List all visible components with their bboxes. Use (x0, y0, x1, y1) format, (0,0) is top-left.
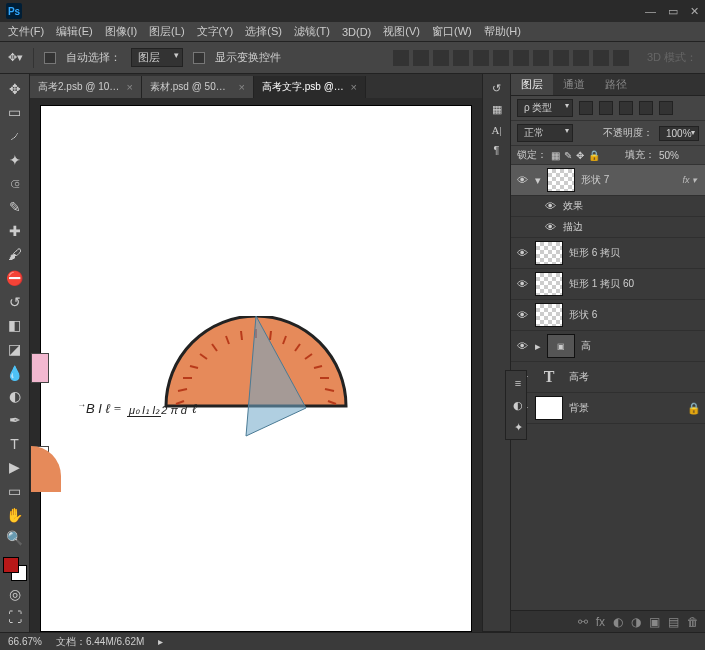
visibility-icon[interactable]: 👁 (515, 278, 529, 290)
folder-thumb-icon[interactable]: ▣ (547, 334, 575, 358)
visibility-icon[interactable]: 👁 (515, 340, 529, 352)
layer-effect-row[interactable]: 👁 描边 (511, 217, 705, 238)
layer-row[interactable]: 👁 形状 6 (511, 300, 705, 331)
hand-tool[interactable]: ✋ (4, 504, 26, 526)
gradient-tool[interactable]: ◪ (4, 338, 26, 360)
color-swatches[interactable] (3, 557, 27, 581)
max-icon[interactable]: ▭ (668, 5, 678, 18)
visibility-icon[interactable]: 👁 (515, 309, 529, 321)
layer-list[interactable]: 👁 ▾ 形状 7 fx ▾ 👁 效果 👁 描边 👁 矩形 6 拷贝 👁 (511, 165, 705, 610)
layer-thumb[interactable] (535, 303, 563, 327)
filter-type-icon[interactable] (619, 101, 633, 115)
eraser-tool[interactable]: ◧ (4, 315, 26, 337)
fx-badge[interactable]: fx ▾ (682, 175, 697, 185)
brush-tool[interactable]: 🖌 (4, 244, 26, 266)
filter-pixel-icon[interactable] (579, 101, 593, 115)
show-transform-checkbox[interactable] (193, 52, 205, 64)
dodge-tool[interactable]: ◐ (4, 386, 26, 408)
collapsed-panels[interactable]: ↺ ▦ A| ¶ (482, 74, 510, 632)
healing-tool[interactable]: ✚ (4, 220, 26, 242)
visibility-icon[interactable]: 👁 (515, 174, 529, 186)
menu-help[interactable]: 帮助(H) (480, 22, 525, 41)
layer-row[interactable]: 👁 矩形 1 拷贝 60 (511, 269, 705, 300)
paragraph-icon[interactable]: ¶ (494, 144, 500, 156)
menu-image[interactable]: 图像(I) (101, 22, 141, 41)
wand-tool[interactable]: ✦ (4, 149, 26, 171)
mask-icon[interactable]: ◐ (510, 397, 526, 413)
visibility-icon[interactable]: 👁 (543, 200, 557, 212)
close-icon[interactable]: × (351, 81, 357, 93)
close-icon[interactable]: × (239, 81, 245, 93)
canvas[interactable]: →B I ℓ = μ₀ I₁ I₂2 π d ℓ (41, 106, 471, 631)
protractor-shape[interactable] (156, 316, 356, 446)
filter-kind-dropdown[interactable]: ρ 类型 (517, 99, 573, 117)
blend-mode-dropdown[interactable]: 正常 (517, 124, 573, 142)
close-icon[interactable]: × (127, 81, 133, 93)
close-icon[interactable]: ✕ (690, 5, 699, 18)
new-layer-icon[interactable]: ▤ (668, 615, 679, 629)
layer-thumb[interactable] (535, 396, 563, 420)
lasso-tool[interactable]: ⟋ (4, 125, 26, 147)
menubar[interactable]: 文件(F) 编辑(E) 图像(I) 图层(L) 文字(Y) 选择(S) 滤镜(T… (0, 22, 705, 42)
history-brush-tool[interactable]: ↺ (4, 291, 26, 313)
layer-row[interactable]: 👁 矩形 6 拷贝 (511, 238, 705, 269)
menu-layer[interactable]: 图层(L) (145, 22, 188, 41)
layer-effect-row[interactable]: 👁 效果 (511, 196, 705, 217)
layer-row[interactable]: 👁 背景 🔒 (511, 393, 705, 424)
auto-select-checkbox[interactable] (44, 52, 56, 64)
menu-filter[interactable]: 滤镜(T) (290, 22, 334, 41)
history-icon[interactable]: ↺ (492, 82, 501, 95)
zoom-tool[interactable]: 🔍 (4, 527, 26, 549)
tab-channels[interactable]: 通道 (553, 74, 595, 95)
path-select-tool[interactable]: ▶ (4, 457, 26, 479)
marquee-tool[interactable]: ▭ (4, 102, 26, 124)
filter-smart-icon[interactable] (659, 101, 673, 115)
document-tab[interactable]: 素材.psd @ 50% (4, RG…× (142, 76, 254, 98)
layer-thumb[interactable] (547, 168, 575, 192)
menu-type[interactable]: 文字(Y) (193, 22, 238, 41)
layer-mask-icon[interactable]: ◐ (613, 615, 623, 629)
shape-tool[interactable]: ▭ (4, 480, 26, 502)
link-layers-icon[interactable]: ⚯ (578, 615, 588, 629)
layer-row[interactable]: 👁 ▾ 形状 7 fx ▾ (511, 165, 705, 196)
align-icon[interactable]: ≡ (510, 375, 526, 391)
opacity-field[interactable]: 100% (659, 126, 699, 141)
menu-file[interactable]: 文件(F) (4, 22, 48, 41)
adjustment-layer-icon[interactable]: ◑ (631, 615, 641, 629)
filter-shape-icon[interactable] (639, 101, 653, 115)
layer-row[interactable]: 👁 ▸ ▣ 高 (511, 331, 705, 362)
blur-tool[interactable]: 💧 (4, 362, 26, 384)
menu-3d[interactable]: 3D(D) (338, 24, 375, 40)
window-controls[interactable]: — ▭ ✕ (645, 5, 699, 18)
fill-field[interactable]: 50% (659, 150, 699, 161)
quickmask-tool[interactable]: ◎ (4, 583, 26, 605)
fg-color-swatch[interactable] (3, 557, 19, 573)
filter-adjust-icon[interactable] (599, 101, 613, 115)
visibility-icon[interactable]: 👁 (515, 247, 529, 259)
doc-info[interactable]: 文档：6.44M/6.62M (56, 635, 144, 649)
char-icon[interactable]: A| (491, 124, 501, 136)
auto-select-dropdown[interactable]: 图层 (131, 48, 183, 67)
layer-thumb[interactable] (535, 272, 563, 296)
crop-tool[interactable]: ⟃ (4, 173, 26, 195)
expand-icon[interactable]: ▾ (535, 174, 541, 187)
text-layer-icon[interactable]: T (535, 365, 563, 389)
tab-paths[interactable]: 路径 (595, 74, 637, 95)
zoom-level[interactable]: 66.67% (8, 636, 42, 647)
layer-thumb[interactable] (535, 241, 563, 265)
menu-edit[interactable]: 编辑(E) (52, 22, 97, 41)
new-group-icon[interactable]: ▣ (649, 615, 660, 629)
swatches-icon[interactable]: ▦ (492, 103, 502, 116)
eyedropper-tool[interactable]: ✎ (4, 196, 26, 218)
screenmode-tool[interactable]: ⛶ (4, 606, 26, 628)
tab-layers[interactable]: 图层 (511, 74, 553, 95)
menu-view[interactable]: 视图(V) (379, 22, 424, 41)
align-controls[interactable] (393, 50, 629, 66)
menu-window[interactable]: 窗口(W) (428, 22, 476, 41)
document-tab[interactable]: 高考文字.psb @ 66.7% (形状 7, RGB/8#)× (254, 76, 366, 98)
layer-row[interactable]: 👁 T 高考 (511, 362, 705, 393)
pen-tool[interactable]: ✒ (4, 409, 26, 431)
delete-layer-icon[interactable]: 🗑 (687, 615, 699, 629)
statusbar-arrow-icon[interactable]: ▸ (158, 636, 163, 647)
move-tool[interactable]: ✥ (4, 78, 26, 100)
